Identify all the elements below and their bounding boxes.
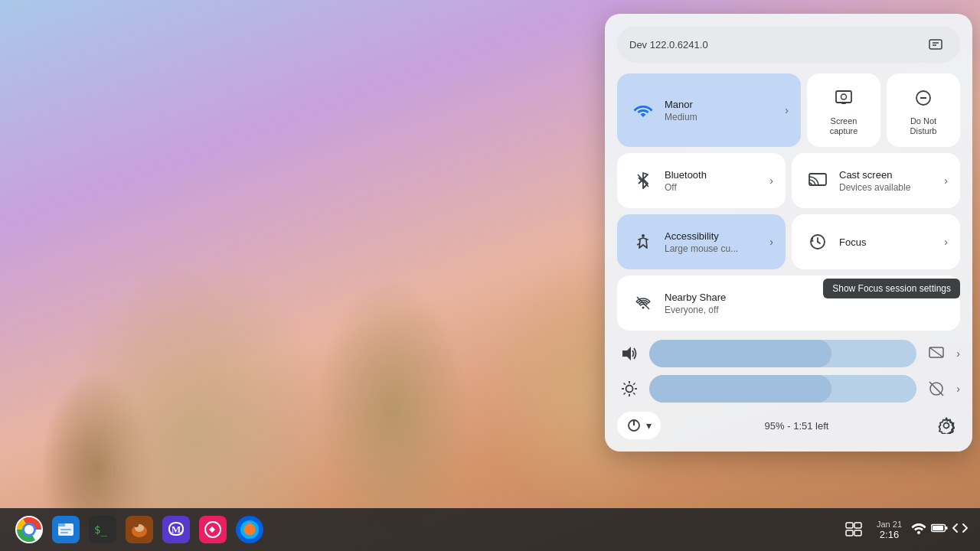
bluetooth-icon <box>629 167 657 194</box>
accessibility-tile-subtitle: Large mouse cu... <box>665 243 766 254</box>
power-button[interactable]: ▾ <box>617 412 661 439</box>
svg-text:$_: $_ <box>94 523 107 536</box>
version-bar: Dev 122.0.6241.0 <box>617 26 960 63</box>
accessibility-chevron-icon: › <box>769 236 773 248</box>
app-icon-cashew[interactable] <box>122 513 156 546</box>
taskbar-apps: $_ M <box>12 513 266 546</box>
app-icon-chrome[interactable] <box>12 513 46 546</box>
power-icon <box>626 418 642 433</box>
svg-line-27 <box>633 383 635 385</box>
wifi-tile[interactable]: Manor Medium › <box>617 73 801 147</box>
night-mode-icon <box>924 377 949 401</box>
focus-tile-title: Focus <box>839 236 941 248</box>
bluetooth-tile-content: Bluetooth Off <box>665 169 766 193</box>
battery-icon <box>931 523 948 536</box>
cast-icon <box>804 167 831 194</box>
tiles-row-3: Accessibility Large mouse cu... › Focus <box>617 214 960 269</box>
screen-capture-icon <box>830 84 858 112</box>
volume-chevron-icon[interactable]: › <box>956 347 960 360</box>
feedback-button[interactable] <box>923 32 948 57</box>
svg-line-13 <box>818 242 820 243</box>
bluetooth-tile-title: Bluetooth <box>665 169 766 181</box>
feedback-icon <box>928 37 943 52</box>
svg-line-28 <box>624 393 626 395</box>
accessibility-tile[interactable]: Accessibility Large mouse cu... › <box>617 214 786 269</box>
svg-point-36 <box>24 525 34 534</box>
virtual-desks-icon <box>845 522 862 537</box>
svg-point-10 <box>642 234 645 237</box>
wifi-icon <box>629 96 657 124</box>
accessibility-tile-title: Accessibility <box>665 230 766 242</box>
svg-line-26 <box>633 393 635 395</box>
bluetooth-chevron-icon: › <box>769 174 773 187</box>
settings-button[interactable] <box>933 412 960 439</box>
svg-rect-0 <box>929 40 942 49</box>
code-icon <box>952 521 968 538</box>
svg-rect-5 <box>841 103 846 104</box>
no-screen-icon <box>924 341 949 366</box>
svg-point-59 <box>917 531 920 534</box>
quick-settings-panel: Dev 122.0.6241.0 Manor <box>605 14 972 452</box>
focus-tooltip: Show Focus session settings <box>823 279 960 298</box>
app-icon-files[interactable] <box>49 513 83 546</box>
bluetooth-tile-subtitle: Off <box>665 182 766 193</box>
virtual-desks-button[interactable] <box>840 516 867 543</box>
taskbar: $_ M <box>0 508 980 551</box>
volume-slider-row: › <box>617 340 960 367</box>
screen-capture-tile[interactable]: Screen capture <box>807 73 880 147</box>
svg-point-33 <box>943 423 949 429</box>
svg-rect-62 <box>946 527 948 530</box>
svg-rect-56 <box>854 523 861 528</box>
dnd-icon <box>910 84 937 112</box>
svg-marker-17 <box>622 347 631 360</box>
bottom-bar: ▾ 95% - 1:51 left <box>617 412 960 439</box>
svg-line-25 <box>624 383 626 385</box>
taskbar-right: Jan 21 2:16 <box>840 516 968 543</box>
cast-tile[interactable]: Cast screen Devices available › <box>792 153 960 208</box>
svg-point-20 <box>626 386 633 393</box>
app-icon-terminal[interactable]: $_ <box>86 513 119 546</box>
app-icon-sketchbook[interactable] <box>196 513 230 546</box>
svg-point-15 <box>642 307 645 309</box>
volume-slider-track[interactable] <box>649 340 916 367</box>
accessibility-icon <box>629 228 657 256</box>
taskbar-clock[interactable]: Jan 21 2:16 <box>877 520 902 540</box>
focus-icon <box>804 228 831 256</box>
wifi-tile-title: Manor <box>665 99 782 110</box>
brightness-chevron-icon[interactable]: › <box>956 383 960 395</box>
dnd-tile[interactable]: Do Not Disturb <box>887 73 960 147</box>
focus-tile-content: Focus <box>839 236 941 248</box>
cast-tile-subtitle: Devices available <box>839 182 941 193</box>
brightness-slider-fill <box>649 375 831 403</box>
nearby-share-icon <box>629 289 657 317</box>
app-icon-mastodon[interactable]: M <box>159 513 193 546</box>
accessibility-tile-content: Accessibility Large mouse cu... <box>665 230 766 254</box>
svg-rect-40 <box>60 529 71 530</box>
nearby-share-subtitle: Everyone, off <box>665 305 948 315</box>
wifi-status-icon <box>911 521 926 538</box>
app-icon-firefox[interactable] <box>233 513 266 546</box>
volume-icon <box>617 341 642 366</box>
sliders-section: › <box>617 340 960 403</box>
svg-rect-61 <box>933 526 943 530</box>
cast-chevron-icon: › <box>944 174 948 187</box>
brightness-slider-track[interactable] <box>649 375 916 403</box>
bluetooth-tile[interactable]: Bluetooth Off › <box>617 153 786 208</box>
brightness-icon <box>617 377 642 401</box>
focus-tile[interactable]: Focus › <box>792 214 960 269</box>
taskbar-time: 2:16 <box>880 529 899 540</box>
svg-line-19 <box>929 347 943 357</box>
svg-rect-55 <box>846 523 853 528</box>
svg-point-4 <box>841 94 847 99</box>
tiles-row-1: Manor Medium › Screen capture <box>617 73 960 147</box>
dnd-label: Do Not Disturb <box>910 116 937 136</box>
svg-line-30 <box>929 382 943 396</box>
volume-slider-fill <box>649 340 831 367</box>
tiles-row-2: Bluetooth Off › Cast screen Devices avai… <box>617 153 960 208</box>
svg-point-14 <box>812 238 813 240</box>
svg-rect-41 <box>60 532 68 533</box>
settings-icon <box>938 417 955 434</box>
svg-rect-58 <box>854 530 861 536</box>
screen-capture-label: Screen capture <box>830 116 858 136</box>
wifi-tile-content: Manor Medium <box>665 99 782 122</box>
